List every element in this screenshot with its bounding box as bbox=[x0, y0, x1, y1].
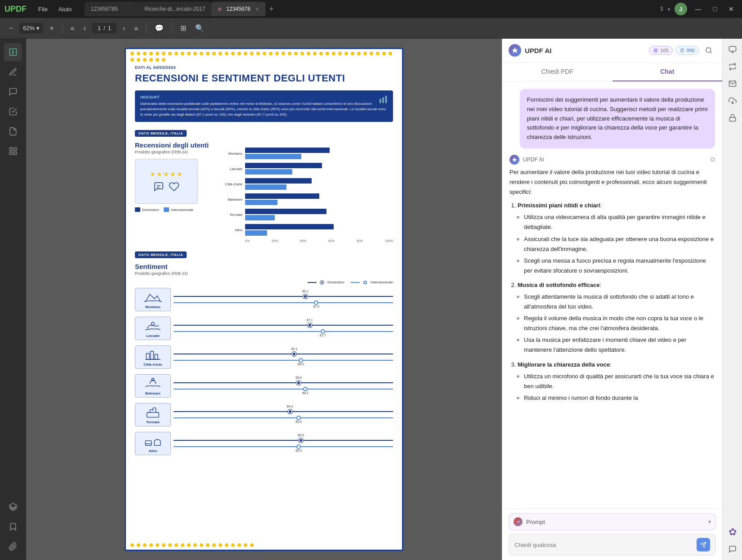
sent-dot-dom-citta bbox=[292, 352, 296, 356]
bar-row-citta: Città d'arte bbox=[218, 178, 393, 190]
sent-val-int-altro: 85.3 bbox=[295, 449, 302, 452]
right-edge-panel: ✿ bbox=[722, 39, 742, 560]
page-next-button[interactable]: › bbox=[120, 22, 128, 34]
tab-3[interactable]: ⊘ 12345678 ✕ bbox=[211, 2, 265, 16]
page-prev-button[interactable]: ‹ bbox=[81, 22, 89, 34]
comment-toolbar-button[interactable]: 💬 bbox=[152, 22, 166, 34]
sidebar-icon-annotate[interactable] bbox=[4, 63, 22, 81]
dot bbox=[282, 52, 285, 55]
sidebar-icon-form[interactable] bbox=[4, 103, 22, 121]
sent-name-altro: Altro bbox=[149, 449, 157, 453]
sent-line-dom-citta bbox=[174, 354, 393, 354]
toolbar-sep-3 bbox=[172, 23, 172, 34]
search-ai-button[interactable] bbox=[702, 43, 716, 58]
tab-chiedi-pdf[interactable]: Chiedi PDF bbox=[502, 63, 612, 81]
dot bbox=[162, 52, 165, 55]
sidebar-icon-page[interactable] bbox=[4, 122, 22, 140]
ocr-button[interactable] bbox=[725, 42, 740, 57]
legend-dom-label: Domestico bbox=[142, 208, 159, 212]
edge-chat-button[interactable] bbox=[725, 542, 740, 556]
tab-chat[interactable]: Chat bbox=[612, 63, 723, 81]
sidebar-icon-bookmark[interactable] bbox=[4, 518, 22, 536]
sidebar-icon-organize[interactable] bbox=[4, 142, 22, 160]
reviews-title: Recensioni degli utenti bbox=[135, 141, 211, 149]
sidebar-icon-layers[interactable] bbox=[4, 498, 22, 516]
zoom-in-button[interactable]: + bbox=[47, 22, 56, 34]
bullet-3-2: Riduci al minimo i rumori di fondo duran… bbox=[524, 393, 715, 403]
sidebar-icon-edit[interactable] bbox=[4, 43, 22, 61]
pdf-viewer[interactable]: DATI AL 04/03/2024 RECENSIONI E SENTIMEN… bbox=[26, 39, 502, 560]
dot bbox=[250, 543, 254, 547]
user-avatar[interactable]: J bbox=[675, 3, 687, 15]
search-button[interactable]: 🔍 bbox=[192, 22, 207, 34]
bar-label-montano: Montano bbox=[218, 152, 242, 156]
tab-3-close[interactable]: ✕ bbox=[255, 7, 259, 12]
tab-3-label: 12345678 bbox=[226, 6, 250, 12]
bar-dom-balneare bbox=[245, 193, 319, 199]
sent-val-dom-termale: 84.4 bbox=[287, 405, 293, 408]
tab-1[interactable]: 123456789 bbox=[85, 2, 139, 16]
maximize-button[interactable]: □ bbox=[710, 4, 720, 14]
dot bbox=[162, 58, 165, 62]
chat-input[interactable] bbox=[514, 542, 693, 548]
page-total: 1 bbox=[108, 25, 111, 31]
send-icon bbox=[700, 542, 706, 548]
bullet-2-1: Scegli attentamente la musica di sottofo… bbox=[524, 292, 715, 312]
sent-dom-line bbox=[308, 282, 317, 283]
page-first-button[interactable]: « bbox=[68, 22, 77, 34]
version-chevron[interactable]: ▾ bbox=[668, 7, 670, 12]
dot bbox=[143, 543, 147, 547]
mail-button[interactable] bbox=[725, 76, 740, 91]
token-badge-2[interactable]: 💬 996 bbox=[675, 46, 699, 55]
sentiment-img-balneare: Balneare bbox=[135, 374, 171, 398]
dot bbox=[130, 52, 134, 55]
dot bbox=[206, 543, 210, 547]
dot bbox=[389, 52, 392, 55]
lock-button[interactable] bbox=[725, 111, 740, 125]
dot bbox=[149, 52, 153, 55]
dot bbox=[338, 52, 342, 55]
close-button[interactable]: ✕ bbox=[725, 4, 738, 14]
sidebar-icon-attachment[interactable] bbox=[4, 538, 22, 556]
send-button[interactable] bbox=[697, 538, 710, 551]
ai-flower-button[interactable]: ✿ bbox=[725, 525, 740, 539]
sentiment-img-termale: Termale bbox=[135, 403, 171, 426]
dot bbox=[137, 58, 140, 62]
page-last-button[interactable]: » bbox=[131, 22, 141, 34]
section-1-heading: Primissimi piani nitidi e chiari bbox=[518, 202, 600, 209]
sent-line-int-citta bbox=[174, 360, 393, 361]
zoom-out-button[interactable]: − bbox=[6, 22, 16, 34]
menu-file[interactable]: File bbox=[34, 4, 52, 14]
ai-messages[interactable]: Forniscimi dei suggerimenti per aumentar… bbox=[502, 82, 722, 508]
zoom-display[interactable]: 62% ▾ bbox=[19, 23, 43, 33]
sent-val-int-citta: 85.0 bbox=[298, 363, 304, 366]
insight-text: Dall'analisi delle recensioni pubblicate… bbox=[140, 101, 388, 117]
bar-dom-altro bbox=[245, 224, 334, 229]
bar-row-balneare: Balneare bbox=[218, 193, 393, 205]
dot bbox=[370, 52, 373, 55]
dot bbox=[269, 52, 273, 55]
copy-button[interactable]: ⧉ bbox=[711, 156, 715, 163]
token-badge-1[interactable]: T 100 bbox=[649, 46, 672, 55]
svg-rect-28 bbox=[729, 117, 736, 121]
ai-panel-toggle[interactable]: ⊞ bbox=[178, 22, 189, 34]
tab-bar: 123456789 Ricerche-di...ercato-2017 ⊘ 12… bbox=[85, 2, 657, 16]
convert-button[interactable] bbox=[725, 59, 740, 74]
sent-val-dom-citta: 84.1 bbox=[291, 347, 298, 350]
sidebar-icon-comment[interactable] bbox=[4, 83, 22, 101]
sent-lines-balneare: 85.8 86.2 bbox=[174, 377, 393, 395]
dot bbox=[137, 543, 140, 547]
dot bbox=[130, 58, 134, 62]
prompt-dropdown[interactable]: Prompt ▾ bbox=[509, 513, 716, 530]
tab-2[interactable]: Ricerche-di...ercato-2017 bbox=[139, 2, 212, 16]
sent-int-line bbox=[351, 282, 360, 283]
minimize-button[interactable]: — bbox=[692, 4, 705, 14]
new-tab-button[interactable]: + bbox=[265, 4, 277, 14]
bar-dom-montano bbox=[245, 148, 330, 153]
cloud-save-button[interactable] bbox=[725, 94, 740, 108]
dot bbox=[168, 543, 172, 547]
menu-aiuto[interactable]: Aiuto bbox=[54, 4, 76, 14]
svg-rect-26 bbox=[729, 46, 736, 51]
dot bbox=[351, 52, 354, 55]
sentiment-row-citta: Città d'arte 84.1 85.0 bbox=[135, 345, 393, 369]
